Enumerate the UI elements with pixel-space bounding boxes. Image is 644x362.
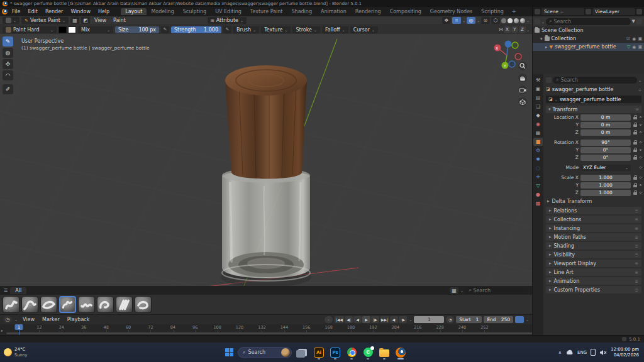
animate-dot[interactable]: [640, 156, 641, 158]
current-frame-field[interactable]: 1: [414, 316, 444, 323]
texture-dropdown[interactable]: Texture⌄: [261, 26, 291, 33]
start-button[interactable]: [225, 348, 233, 356]
properties-tab-output[interactable]: ▤: [533, 94, 543, 102]
object-render-camera-icon[interactable]: ▣: [638, 45, 642, 50]
panel-relations[interactable]: ▸Relations☰: [546, 207, 641, 214]
jump-to-end-button[interactable]: ▶▶|: [380, 316, 389, 323]
animate-dot[interactable]: [640, 141, 641, 143]
properties-tab-collection[interactable]: ▦: [533, 129, 543, 137]
gizmo-x-neg[interactable]: [515, 53, 521, 60]
cursor-dropdown[interactable]: Cursor⌄: [350, 26, 378, 33]
shelf-tab-all[interactable]: All: [10, 287, 26, 294]
secondary-color-swatch[interactable]: [68, 26, 76, 33]
transform-orientation-dropdown[interactable]: ❖: [442, 17, 451, 24]
workspace-tab-texture-paint[interactable]: Texture Paint: [246, 8, 287, 15]
brush-asset-8[interactable]: [135, 296, 152, 313]
tray-expand-caret[interactable]: ∧: [558, 350, 562, 355]
play-reverse-button[interactable]: ◀: [353, 316, 362, 323]
workspace-tab-compositing[interactable]: Compositing: [386, 8, 426, 15]
lock-icon[interactable]: [633, 157, 637, 160]
properties-tab-view-layer[interactable]: ❏: [533, 102, 543, 111]
brush-dropdown[interactable]: Brush⌄: [233, 26, 259, 33]
phone-link-icon[interactable]: [591, 349, 596, 356]
brush-asset-5[interactable]: [78, 296, 95, 313]
properties-tab-material[interactable]: ●: [533, 190, 543, 199]
timeline-scrollbar[interactable]: [6, 332, 532, 334]
brush-asset-2[interactable]: [21, 296, 38, 313]
collection-checkbox[interactable]: ☑: [626, 36, 630, 41]
jump-to-start-button[interactable]: |◀◀: [335, 316, 344, 323]
animate-dot[interactable]: [640, 149, 641, 151]
camera-view-icon[interactable]: [518, 85, 527, 94]
menu-edit[interactable]: Edit: [24, 8, 42, 15]
workspace-tab-rendering[interactable]: Rendering: [351, 8, 386, 15]
stroke-dropdown[interactable]: Stroke⌄: [292, 26, 320, 33]
timeline-ruler[interactable]: ▸ 12243648607284961081201321441561681801…: [0, 324, 532, 335]
field-value[interactable]: XYZ Euler⌄: [580, 165, 631, 171]
lock-icon[interactable]: [633, 185, 637, 187]
properties-tab-scene[interactable]: ◆: [533, 111, 543, 119]
properties-tab-render[interactable]: ▣: [533, 85, 543, 93]
animate-dot[interactable]: [640, 177, 641, 178]
mode-dropdown[interactable]: ✎Vertex Paint⌄: [21, 17, 69, 24]
paint-menu[interactable]: Paint: [111, 18, 128, 23]
shelf-search-input[interactable]: ⌕Search: [465, 287, 528, 294]
keying-set-button[interactable]: [515, 316, 524, 323]
shading-solid-button[interactable]: [508, 18, 513, 23]
brush-asset-4[interactable]: [59, 296, 76, 313]
animate-dot[interactable]: [640, 131, 641, 133]
taskbar-app-task-view[interactable]: [296, 346, 309, 359]
blender-menu-icon[interactable]: [2, 9, 8, 14]
brush-asset-6[interactable]: [97, 296, 114, 313]
properties-tab-tool[interactable]: ⚒: [533, 76, 543, 84]
attribute-dropdown[interactable]: ⊞Attribute⌄: [208, 17, 247, 24]
keying-caret[interactable]: ⌄: [526, 317, 529, 322]
gizmo-z-neg[interactable]: [509, 61, 515, 67]
field-value[interactable]: 1.000: [580, 175, 631, 181]
shading-wireframe-button[interactable]: [501, 18, 506, 23]
tool-annotate[interactable]: ✐: [3, 84, 13, 94]
timeline-menu-marker[interactable]: Marker: [40, 317, 62, 322]
panel-line-art[interactable]: ▸Line Art☰: [546, 268, 641, 276]
lock-icon[interactable]: [633, 150, 637, 152]
taskbar-app-chrome[interactable]: [345, 346, 358, 359]
animate-dot[interactable]: [640, 124, 641, 126]
workspace-tab-modeling[interactable]: Modeling: [147, 8, 178, 15]
panel-custom-properties[interactable]: ▸Custom Properties☰: [546, 286, 641, 293]
size-slider[interactable]: Size100 px: [115, 26, 159, 33]
lock-icon[interactable]: [633, 192, 637, 195]
outliner-search-input[interactable]: ⌕Search: [546, 18, 631, 25]
properties-options-caret[interactable]: ⌄: [638, 78, 641, 82]
tool-smear-brush[interactable]: ◠: [3, 70, 13, 80]
mirror-y-toggle[interactable]: Y: [511, 26, 518, 33]
menu-render[interactable]: Render: [42, 8, 67, 15]
brush-asset-7[interactable]: [116, 296, 133, 313]
brush-asset-3[interactable]: [40, 296, 57, 313]
workspace-tab-scripting[interactable]: Scripting: [477, 8, 508, 15]
stopwatch-icon[interactable]: ◔: [446, 316, 454, 323]
shading-caret[interactable]: ⌄: [526, 18, 530, 23]
lock-icon[interactable]: [633, 132, 637, 134]
brush-selector[interactable]: Paint Hard⌄: [3, 26, 57, 33]
workspace-tab-uv-editing[interactable]: UV Editing: [211, 8, 246, 15]
filter-funnel-icon[interactable]: ▼: [632, 19, 635, 24]
properties-tab-constraints[interactable]: ✛: [533, 173, 543, 181]
animate-dot[interactable]: [640, 167, 641, 168]
blend-mode-dropdown[interactable]: Mix⌄: [78, 26, 113, 33]
tool-draw-brush[interactable]: ✎: [3, 36, 13, 47]
frame-end-field[interactable]: End250: [484, 316, 513, 323]
play-button[interactable]: ▶: [362, 316, 370, 323]
strength-pressure-toggle[interactable]: ✎: [223, 26, 231, 33]
taskbar-clock[interactable]: 12:09:00 pm 04/02/2026: [611, 347, 639, 358]
onedrive-cloud-icon[interactable]: [565, 349, 574, 355]
timeline-menu-playback[interactable]: Playback: [65, 317, 92, 322]
timeline-menu-view[interactable]: View: [20, 317, 37, 322]
properties-tab-texture[interactable]: ▩: [533, 199, 543, 207]
taskbar-app-illustrator[interactable]: Ai: [313, 346, 325, 359]
workspace-tab-sculpting[interactable]: Sculpting: [179, 8, 211, 15]
workspace-tab-shading[interactable]: Shading: [287, 8, 316, 15]
prev-keyframe-button[interactable]: ◀|: [345, 316, 353, 323]
perfume-bottle-object[interactable]: [206, 60, 323, 286]
panel-visibility[interactable]: ▸Visibility☰: [546, 251, 641, 258]
outliner-row-object[interactable]: ▸ ▼ swagger_perfume bottle ▽ ◉ ▣: [533, 43, 644, 51]
